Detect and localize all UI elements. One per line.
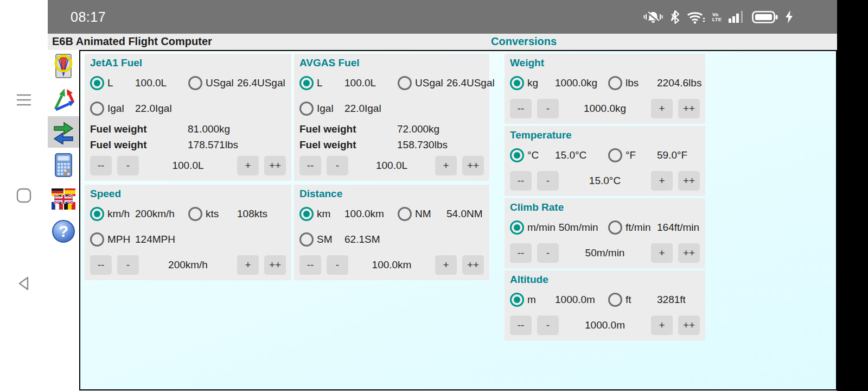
decrement-fast-button[interactable]: --	[510, 243, 532, 263]
increment-fast-button[interactable]: ++	[678, 316, 700, 335]
converted-value: 2204.6lbs	[657, 77, 701, 89]
decrement-button[interactable]: -	[537, 316, 559, 335]
decrement-button[interactable]: -	[117, 156, 139, 175]
decrement-button[interactable]: -	[537, 171, 559, 191]
decrement-fast-button[interactable]: --	[299, 156, 321, 175]
radio-selected-icon[interactable]	[510, 76, 524, 90]
increment-button[interactable]: +	[651, 316, 673, 335]
increment-fast-button[interactable]: ++	[678, 243, 700, 263]
radio-selected-icon[interactable]	[299, 76, 314, 90]
radio-selected-icon[interactable]	[510, 220, 524, 235]
info-value: 81.000kg	[188, 123, 230, 135]
radio-option-label: °C	[527, 149, 552, 161]
radio-option-kts[interactable]: kts108kts	[188, 207, 267, 221]
decrement-button[interactable]: -	[537, 243, 559, 263]
radio-option-igal[interactable]: Igal22.0Igal	[90, 102, 188, 116]
radio-unselected-icon[interactable]	[90, 232, 104, 247]
recents-button[interactable]	[11, 186, 37, 205]
menu-button[interactable]	[11, 90, 37, 110]
radio-unselected-icon[interactable]	[188, 207, 202, 221]
decrement-fast-button[interactable]: --	[90, 255, 112, 275]
increment-fast-button[interactable]: ++	[264, 156, 286, 175]
radio-unselected-icon[interactable]	[299, 232, 314, 247]
decrement-button[interactable]: -	[327, 156, 348, 175]
sidebar-item-language[interactable]	[48, 184, 79, 214]
sidebar-item-whiz-wheel[interactable]	[48, 51, 79, 81]
increment-button[interactable]: +	[435, 255, 457, 275]
sidebar-item-wind-triangle[interactable]	[48, 84, 79, 114]
increment-button[interactable]: +	[651, 99, 673, 118]
radio-unselected-icon[interactable]	[90, 102, 104, 116]
decrement-fast-button[interactable]: --	[510, 316, 532, 335]
decrement-fast-button[interactable]: --	[299, 255, 321, 275]
stepper: ---200km/h+++	[90, 255, 286, 275]
decrement-fast-button[interactable]: --	[90, 156, 112, 175]
radio-option-nm[interactable]: NM54.0NM	[398, 207, 483, 221]
radio-unselected-icon[interactable]	[188, 76, 202, 90]
radio-option-ft-min[interactable]: ft/min164ft/min	[608, 220, 699, 235]
radio-option-c[interactable]: °C15.0°C	[510, 148, 608, 162]
sidebar-item-help[interactable]: ?	[48, 216, 79, 247]
radio-option-kg[interactable]: kg1000.0kg	[510, 76, 608, 90]
decrement-button[interactable]: -	[537, 99, 559, 118]
radio-option-f[interactable]: °F59.0°F	[608, 148, 687, 162]
increment-fast-button[interactable]: ++	[678, 171, 700, 191]
radio-option-l[interactable]: L100.0L	[90, 76, 188, 90]
radio-unselected-icon[interactable]	[398, 207, 412, 221]
decrement-button[interactable]: -	[117, 255, 139, 275]
converted-value: 108kts	[237, 208, 267, 220]
radio-option-km[interactable]: km100.0km	[299, 207, 398, 221]
sidebar-item-conversions[interactable]	[48, 116, 79, 148]
radio-unselected-icon[interactable]	[608, 76, 622, 90]
radio-unselected-icon[interactable]	[608, 220, 622, 235]
decrement-fast-button[interactable]: --	[510, 99, 532, 118]
radio-option-usgal[interactable]: USgal26.4USgal	[398, 76, 495, 90]
radio-option-usgal[interactable]: USgal26.4USgal	[188, 76, 285, 90]
converted-value: 62.1SM	[344, 234, 380, 245]
fuel-weight-row: Fuel weight81.000kg	[90, 121, 286, 137]
radio-option-m[interactable]: m1000.0m	[510, 293, 608, 307]
radio-option-lbs[interactable]: lbs2204.6lbs	[608, 76, 701, 90]
radio-selected-icon[interactable]	[510, 148, 524, 162]
fuel-weight-row: Fuel weight72.000kg	[299, 121, 484, 137]
content-area: JetA1 FuelL100.0LUSgal26.4USgalIgal22.0I…	[79, 50, 837, 390]
radio-selected-icon[interactable]	[90, 207, 104, 221]
increment-button[interactable]: +	[651, 243, 673, 263]
radio-row: km100.0kmNM54.0NM	[299, 201, 484, 226]
radio-unselected-icon[interactable]	[299, 102, 314, 116]
radio-option-km-h[interactable]: km/h200km/h	[90, 207, 188, 221]
bluetooth-icon	[671, 10, 680, 24]
radio-option-igal[interactable]: Igal22.0Igal	[299, 102, 398, 116]
sidebar-item-calculator[interactable]	[48, 150, 79, 180]
radio-unselected-icon[interactable]	[608, 293, 622, 307]
increment-button[interactable]: +	[435, 156, 457, 175]
converted-value: 22.0Igal	[344, 103, 381, 115]
decrement-fast-button[interactable]: --	[510, 171, 532, 191]
stepper-value: 100.0L	[144, 160, 232, 172]
radio-selected-icon[interactable]	[299, 207, 314, 221]
increment-button[interactable]: +	[237, 255, 259, 275]
radio-unselected-icon[interactable]	[398, 76, 412, 90]
radio-selected-icon[interactable]	[510, 293, 524, 307]
info-value: 72.000kg	[397, 123, 439, 135]
increment-button[interactable]: +	[237, 156, 259, 175]
converted-value: 15.0°C	[555, 149, 586, 161]
radio-option-mph[interactable]: MPH124MPH	[90, 232, 188, 247]
increment-fast-button[interactable]: ++	[462, 156, 484, 175]
increment-fast-button[interactable]: ++	[264, 255, 286, 275]
decrement-button[interactable]: -	[327, 255, 348, 275]
radio-option-sm[interactable]: SM62.1SM	[299, 232, 398, 247]
radio-unselected-icon[interactable]	[608, 148, 622, 162]
language-flags-icon	[50, 186, 76, 212]
android-nav-bar	[0, 0, 48, 391]
radio-option-ft[interactable]: ft3281ft	[608, 293, 686, 307]
increment-fast-button[interactable]: ++	[462, 255, 484, 275]
radio-option-m-min[interactable]: m/min50m/min	[510, 220, 608, 235]
increment-button[interactable]: +	[651, 171, 673, 191]
radio-option-l[interactable]: L100.0L	[299, 76, 398, 90]
back-button[interactable]	[11, 274, 37, 293]
radio-selected-icon[interactable]	[90, 76, 104, 90]
panel-distance: Distancekm100.0kmNM54.0NMSM62.1SM---100.…	[294, 185, 489, 280]
panel-jeta1-fuel: JetA1 FuelL100.0LUSgal26.4USgalIgal22.0I…	[85, 54, 291, 181]
increment-fast-button[interactable]: ++	[678, 99, 700, 118]
